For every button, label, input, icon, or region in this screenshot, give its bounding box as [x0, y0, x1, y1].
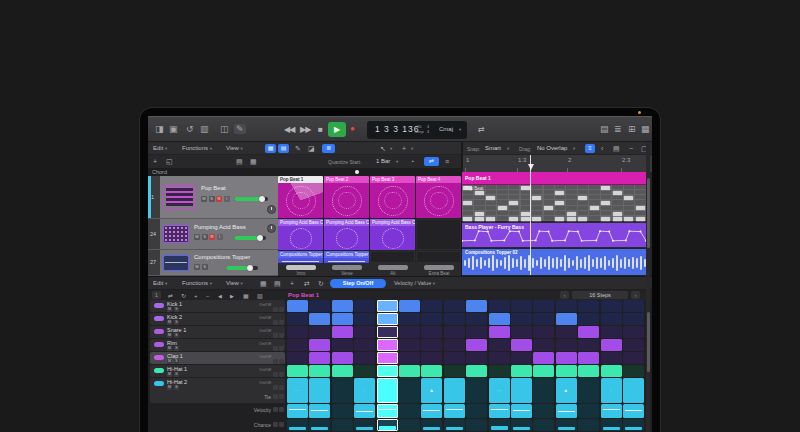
subrow-label[interactable]: Chance: [254, 422, 271, 428]
step-cell[interactable]: [377, 339, 398, 351]
sequencer-subrow-header[interactable]: Velocity: [150, 404, 285, 418]
step-cell[interactable]: [287, 352, 308, 364]
step-cell[interactable]: [489, 326, 510, 338]
step-cell[interactable]: [511, 365, 532, 377]
pattern-note[interactable]: [624, 217, 633, 221]
step-cell[interactable]: [489, 313, 510, 325]
velocity-level-line[interactable]: [603, 409, 620, 410]
row-mute-button[interactable]: M: [167, 307, 172, 312]
track-s-button[interactable]: S: [209, 196, 215, 202]
row-mute-button[interactable]: M: [167, 333, 172, 338]
loop-cell[interactable]: Pumping Acid Bass C#: [278, 219, 323, 250]
loop-cell[interactable]: Pop Beat 4: [416, 176, 461, 218]
step-cell[interactable]: [556, 352, 577, 364]
step-cell[interactable]: [466, 352, 487, 364]
step-cell[interactable]: [533, 326, 554, 338]
step-cell[interactable]: [287, 326, 308, 338]
step-cell[interactable]: [354, 326, 375, 338]
scene-trigger-button[interactable]: [378, 265, 408, 270]
step-cell[interactable]: [556, 339, 577, 351]
row-solo-button[interactable]: S: [174, 333, 179, 338]
scene-list-icon[interactable]: ▤: [236, 157, 243, 167]
pattern-note[interactable]: [532, 217, 541, 221]
row-mute-button[interactable]: M: [167, 346, 172, 351]
loop-cell-empty[interactable]: [416, 251, 461, 263]
row-mute-button[interactable]: M: [167, 320, 172, 325]
step-cell[interactable]: [421, 352, 442, 364]
browser-icon[interactable]: ⊞: [628, 124, 636, 134]
pattern-note[interactable]: [578, 217, 587, 221]
row-option-button[interactable]: [279, 359, 284, 364]
step-cell[interactable]: [309, 339, 330, 351]
seq-refresh-icon[interactable]: ↻: [318, 279, 324, 289]
subrow-option-button[interactable]: [273, 394, 278, 399]
smart-controls-icon[interactable]: ✎: [234, 124, 246, 134]
step-cell[interactable]: [332, 300, 353, 312]
step-cell[interactable]: [377, 313, 398, 325]
step-cell[interactable]: [421, 313, 442, 325]
step-cell[interactable]: [444, 378, 465, 403]
chance-level-bar[interactable]: [289, 427, 306, 430]
row-mute-button[interactable]: M: [167, 385, 172, 390]
pattern-note[interactable]: [601, 186, 610, 190]
stop-button[interactable]: ■: [318, 123, 323, 136]
pencil-tool-icon[interactable]: ✎: [295, 144, 301, 154]
step-cell[interactable]: [489, 352, 510, 364]
step-cell[interactable]: [578, 378, 599, 403]
seq-swap-icon[interactable]: ⇄: [304, 279, 310, 289]
loop-cell[interactable]: Pumping Acid Bass C#: [370, 219, 415, 250]
step-cell[interactable]: [421, 365, 442, 377]
library-icon[interactable]: ▣: [169, 124, 178, 134]
step-cell[interactable]: [354, 339, 375, 351]
step-cell[interactable]: [377, 365, 398, 377]
step-cell[interactable]: [556, 419, 577, 431]
playhead-marker[interactable]: [528, 164, 534, 170]
row-option-button[interactable]: [279, 320, 284, 325]
step-cell[interactable]: [511, 313, 532, 325]
step-cell[interactable]: [623, 313, 644, 325]
pattern-region-body[interactable]: Pop Beat: [462, 185, 646, 221]
step-cell[interactable]: [309, 352, 330, 364]
step-cell[interactable]: [489, 404, 510, 418]
step-cell[interactable]: [533, 365, 554, 377]
pointer-tool-chevron-icon[interactable]: ▾: [390, 146, 392, 151]
lcd-display[interactable]: 1 3 3 136 90keep 44 Cmaj ▾: [367, 121, 467, 139]
sequencer-row-header[interactable]: Clap 1On/OffMS: [150, 352, 285, 364]
step-cell[interactable]: [511, 352, 532, 364]
step-cell[interactable]: [377, 404, 398, 418]
chance-level-bar[interactable]: [379, 426, 396, 430]
step-cell[interactable]: [601, 352, 622, 364]
pattern-note[interactable]: [532, 196, 541, 200]
sequencer-subrow-header[interactable]: Chance: [150, 419, 285, 431]
track-name[interactable]: Pumping Acid Bass: [194, 224, 246, 230]
volume-slider[interactable]: [226, 266, 258, 270]
subrow-label[interactable]: Velocity: [254, 407, 271, 413]
step-cell[interactable]: [399, 326, 420, 338]
step-cell[interactable]: [444, 365, 465, 377]
step-cell[interactable]: [354, 365, 375, 377]
pattern-note[interactable]: [475, 212, 484, 216]
row-option-button[interactable]: [279, 333, 284, 338]
track-pattern-thumbnail[interactable]: [163, 184, 196, 209]
step-cell[interactable]: [466, 326, 487, 338]
step-cell[interactable]: [556, 300, 577, 312]
pattern-note[interactable]: [601, 201, 610, 205]
list-editors-icon[interactable]: ▤: [600, 124, 609, 134]
loop-cell-empty[interactable]: [416, 219, 461, 250]
pattern-note[interactable]: [521, 217, 530, 221]
catch-playhead-toggle[interactable]: ≡: [585, 144, 595, 153]
step-cell[interactable]: [287, 404, 308, 418]
step-cell[interactable]: ▲: [421, 378, 442, 403]
sequencer-row-header[interactable]: RimOn/OffMS: [150, 339, 285, 351]
view-menu[interactable]: View ▾: [226, 145, 243, 151]
row-solo-button[interactable]: S: [174, 307, 179, 312]
cycle-button[interactable]: ⇄: [478, 123, 485, 136]
step-cell[interactable]: [444, 300, 465, 312]
step-cell[interactable]: [354, 300, 375, 312]
bar-ruler[interactable]: 11.322.3: [462, 155, 652, 172]
pattern-length-value[interactable]: 16 Steps: [572, 291, 628, 299]
step-cell[interactable]: [444, 326, 465, 338]
midi-in-toggle[interactable]: ≣: [322, 144, 335, 153]
automation-region[interactable]: Bass Player - Furry Bass: [462, 222, 646, 248]
pattern-region-header[interactable]: Pop Beat 1: [462, 172, 646, 185]
